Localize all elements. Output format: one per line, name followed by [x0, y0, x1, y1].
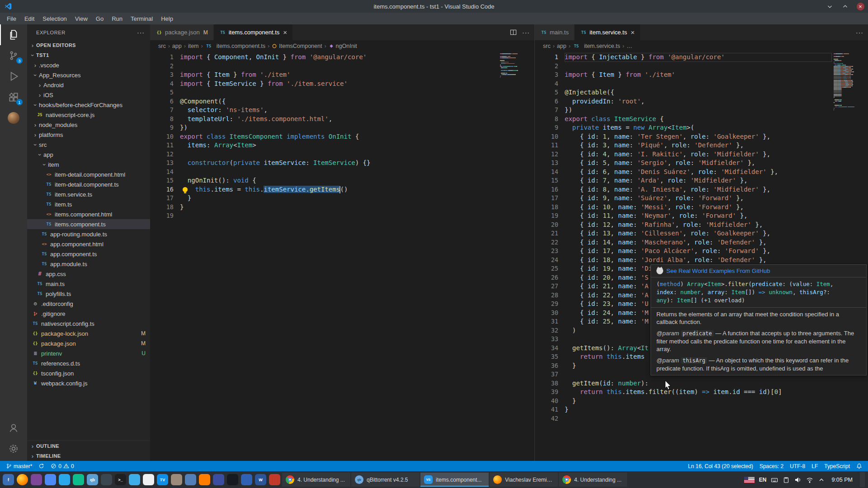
editor-right[interactable]: 1234567891011121314151617181920212223242… — [535, 52, 868, 461]
launcher-chromium[interactable] — [43, 472, 57, 487]
taskbar-window-chrome[interactable]: 4. Understanding ... — [559, 473, 627, 487]
code-line[interactable]: { id: 6, name: 'Denis Suárez', role: 'Mi… — [565, 168, 832, 177]
minimize-button[interactable] — [822, 0, 837, 13]
code-line[interactable] — [565, 62, 832, 71]
taskbar-window-qbittorrent[interactable]: qbqBittorrent v4.2.5 — [351, 473, 420, 487]
statusbar-notifications[interactable] — [853, 461, 865, 471]
breadcrumb-item[interactable]: src — [158, 43, 166, 49]
breadcrumb-item[interactable]: ItemsComponent — [272, 43, 322, 49]
activitybar-explorer[interactable] — [0, 24, 27, 45]
launcher-qbittorrent[interactable]: qb — [85, 472, 99, 487]
statusbar-git-branch[interactable]: master* — [3, 461, 35, 471]
launcher-audacious[interactable] — [212, 472, 226, 487]
code-line[interactable]: }) — [180, 123, 498, 132]
tree-item-app.component.ts[interactable]: TSapp.component.ts — [27, 249, 150, 259]
code-line[interactable]: { id: 7, name: 'Arda', role: 'Midfielder… — [565, 176, 832, 185]
statusbar-encoding[interactable]: UTF-8 — [787, 461, 808, 471]
tree-item-app.module.ts[interactable]: TSapp.module.ts — [27, 259, 150, 269]
show-desktop-button[interactable] — [860, 472, 865, 487]
code-line[interactable]: getItem(id: number): — [565, 379, 832, 388]
code-area[interactable]: import { Component, OnInit } from '@angu… — [180, 53, 498, 221]
code-line[interactable]: private items = new Array<Item>( — [565, 123, 832, 132]
tree-item-references.d.ts[interactable]: TSreferences.d.ts — [27, 358, 150, 368]
launcher-kwrite[interactable] — [142, 472, 156, 487]
code-line[interactable]: } — [565, 405, 832, 414]
activitybar-source-control[interactable]: 3 — [0, 45, 27, 66]
launcher-system-monitor[interactable] — [99, 472, 113, 487]
tray-keyboard-icon[interactable] — [771, 476, 778, 483]
maximize-button[interactable] — [837, 0, 853, 13]
menu-edit[interactable]: Edit — [20, 13, 38, 24]
launcher-dolphin[interactable] — [127, 472, 142, 487]
menu-run[interactable]: Run — [108, 13, 127, 24]
tree-item-node_modules[interactable]: ›node_modules — [27, 120, 150, 130]
code-line[interactable]: import { Injectable } from '@angular/cor… — [565, 53, 832, 62]
tree-item-item[interactable]: ›item — [27, 160, 150, 169]
tree-item-platforms[interactable]: ›platforms — [27, 130, 150, 140]
breadcrumb-item[interactable]: src — [543, 43, 551, 49]
breadcrumb-item[interactable]: ngOnInit — [329, 43, 357, 49]
code-line[interactable]: { id: 11, name: 'Neymar', role: 'Forward… — [565, 211, 832, 221]
launcher-konsole[interactable]: >_ — [113, 472, 127, 487]
code-line[interactable]: } — [180, 194, 498, 203]
code-line[interactable]: export class ItemService { — [565, 115, 832, 124]
breadcrumb-item[interactable]: app — [172, 43, 182, 49]
hover-github-link[interactable]: See Real World Examples From GitHub — [666, 267, 770, 274]
tree-item-App_Resources[interactable]: ›App_Resources — [27, 70, 150, 80]
editor-actions-icon[interactable]: ··· — [522, 29, 530, 36]
code-line[interactable]: } — [180, 203, 498, 212]
code-line[interactable]: { id: 1, name: 'Ter Stegen', role: 'Goal… — [565, 132, 832, 141]
tree-item-app-routing.module.ts[interactable]: TSapp-routing.module.ts — [27, 229, 150, 239]
tray-caret-up-icon[interactable] — [818, 476, 825, 483]
launcher-vlc[interactable] — [198, 472, 212, 487]
tree-item-item.service.ts[interactable]: TSitem.service.ts — [27, 189, 150, 199]
menu-help[interactable]: Help — [157, 13, 177, 24]
tab-package.json[interactable]: {}package.jsonM — [150, 24, 214, 40]
tree-item-iOS[interactable]: ›iOS — [27, 90, 150, 100]
split-editor-icon[interactable] — [510, 29, 517, 36]
code-line[interactable]: { id: 13, name: 'Cillessen', role: 'Goal… — [565, 229, 832, 238]
menu-file[interactable]: File — [3, 13, 20, 24]
tree-item-hooks/before-checkForChanges[interactable]: ›hooks/before-checkForChanges — [27, 100, 150, 110]
tree-item-main.ts[interactable]: TSmain.ts — [27, 279, 150, 289]
launcher-steam[interactable] — [226, 472, 240, 487]
code-line[interactable]: this.items = this.itemService.getItems() — [180, 185, 498, 194]
code-line[interactable] — [180, 62, 498, 71]
code-line[interactable]: { id: 12, name: 'Rafinha', role: 'Midfie… — [565, 221, 832, 230]
code-line[interactable]: { id: 14, name: 'Mascherano', role: 'Def… — [565, 238, 832, 247]
editor-actions-icon[interactable]: ··· — [856, 29, 863, 36]
taskbar-window-vscode[interactable]: VSitems.component... — [420, 473, 489, 487]
code-line[interactable]: export class ItemsComponent implements O… — [180, 132, 498, 141]
tree-item-app[interactable]: ›app — [27, 150, 150, 160]
tray-clipboard-icon[interactable] — [783, 476, 790, 483]
launcher-telegram[interactable] — [57, 472, 71, 487]
tray-volume-icon[interactable] — [794, 476, 802, 483]
code-line[interactable]: { id: 10, name: 'Messi', role: 'Forward'… — [565, 203, 832, 212]
code-line[interactable] — [180, 168, 498, 177]
tab-items.component.ts[interactable]: TSitems.component.ts× — [214, 24, 293, 40]
close-icon[interactable]: × — [283, 29, 287, 36]
tab-main.ts[interactable]: TSmain.ts — [535, 24, 575, 40]
code-line[interactable]: { id: 4, name: 'I. Rakitic', role: 'Midf… — [565, 150, 832, 159]
close-icon[interactable]: × — [631, 29, 635, 36]
code-line[interactable] — [565, 414, 832, 423]
code-line[interactable]: templateUrl: './items.component.html', — [180, 115, 498, 124]
keyboard-layout[interactable]: EN — [759, 477, 767, 483]
code-line[interactable]: { id: 8, name: 'A. Iniesta', role: 'Midf… — [565, 185, 832, 194]
code-line[interactable]: }) — [565, 106, 832, 115]
tree-item-polyfills.ts[interactable]: TSpolyfills.ts — [27, 289, 150, 299]
tree-item-.editorconfig[interactable]: ⚙.editorconfig — [27, 299, 150, 309]
us-flag-icon[interactable] — [744, 477, 755, 483]
taskbar-window-chrome[interactable]: 4. Understanding ... — [282, 473, 350, 487]
launcher-virtualbox[interactable] — [240, 472, 254, 487]
launcher-gimp[interactable] — [170, 472, 184, 487]
tree-item-tsconfig.json[interactable]: {}tsconfig.json — [27, 368, 150, 378]
launcher-element[interactable] — [71, 472, 85, 487]
launcher-libreoffice-writer[interactable]: W — [254, 472, 268, 487]
tree-item-items.component.ts[interactable]: TSitems.component.ts — [27, 219, 150, 229]
editor-left[interactable]: 12345678910111213141516171819 import { C… — [150, 52, 534, 461]
code-line[interactable]: { id: 5, name: 'Sergio', role: 'Midfield… — [565, 159, 832, 168]
tree-item-item-detail.component.ts[interactable]: TSitem-detail.component.ts — [27, 179, 150, 189]
activitybar-avatar[interactable] — [0, 108, 27, 128]
minimap[interactable] — [834, 53, 862, 112]
